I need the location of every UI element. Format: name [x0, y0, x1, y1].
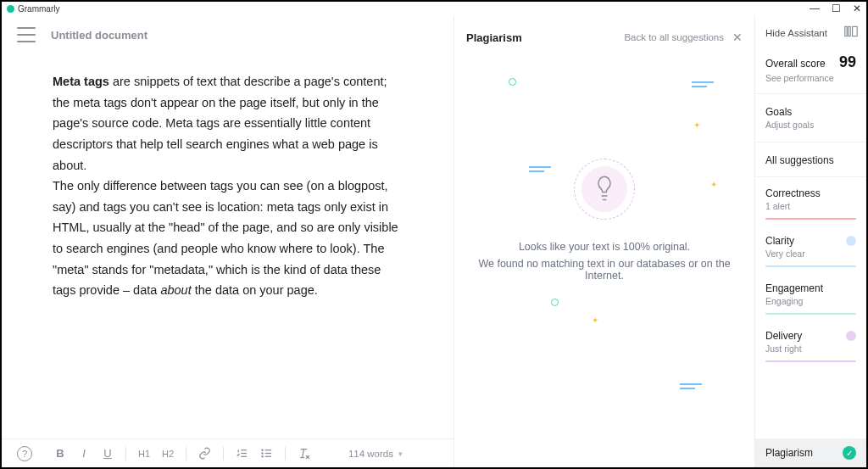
window-controls: — ☐ ✕	[810, 3, 861, 14]
delivery-sub: Just right	[765, 343, 856, 354]
window-titlebar: Grammarly — ☐ ✕	[2, 2, 866, 15]
app-name: Grammarly	[18, 4, 59, 14]
menu-icon[interactable]	[17, 27, 36, 42]
plagiarism-header: Plagiarism Back to all suggestions ✕	[466, 31, 743, 44]
check-icon: ✓	[843, 446, 856, 460]
chevron-down-icon: ▾	[398, 449, 403, 458]
sparkle-icon: ✦	[693, 120, 700, 130]
decor-circle-icon	[509, 78, 516, 86]
delivery-category[interactable]: Delivery Just right	[755, 320, 866, 367]
body-p2b: the data on your page.	[192, 283, 318, 297]
svg-point-8	[262, 456, 263, 457]
status-dot-icon	[846, 331, 856, 341]
separator	[223, 447, 224, 461]
adjust-goals-link[interactable]: Adjust goals	[765, 120, 856, 130]
correctness-bar	[765, 218, 856, 220]
clarity-sub: Very clear	[765, 248, 856, 259]
overall-score-section[interactable]: Overall score 99 See performance	[755, 50, 866, 94]
hide-assistant-button[interactable]: Hide Assistant	[765, 28, 827, 38]
link-button[interactable]	[198, 447, 211, 460]
engagement-sub: Engaging	[765, 296, 856, 306]
delivery-title: Delivery	[765, 330, 802, 342]
underline-button[interactable]: U	[102, 447, 114, 460]
lightbulb-icon	[581, 166, 627, 212]
sidebar-header: Hide Assistant	[755, 15, 866, 50]
correctness-sub: 1 alert	[765, 201, 856, 211]
word-count[interactable]: 114 words ▾	[348, 449, 403, 459]
correctness-category[interactable]: Correctness 1 alert	[755, 177, 866, 225]
decor-lines-icon	[692, 81, 714, 87]
clarity-bar	[765, 265, 856, 267]
editor-toolbar: ? B I U H1 H2	[2, 438, 453, 467]
goals-title: Goals	[765, 106, 856, 118]
close-panel-icon[interactable]: ✕	[732, 31, 743, 44]
assistant-sidebar: Hide Assistant Overall score 99 See perf…	[754, 15, 866, 467]
status-dot-icon	[846, 236, 856, 246]
overall-score-value: 99	[839, 53, 856, 71]
close-icon[interactable]: ✕	[853, 3, 861, 14]
separator	[285, 447, 286, 461]
plagiarism-result-line1: Looks like your text is 100% original.	[519, 241, 690, 253]
delivery-bar	[765, 360, 856, 362]
decor-circle-icon	[551, 299, 559, 306]
separator	[125, 447, 126, 461]
h1-button[interactable]: H1	[138, 449, 150, 459]
engagement-title: Engagement	[765, 282, 823, 294]
help-icon[interactable]: ?	[17, 446, 32, 461]
minimize-icon[interactable]: —	[810, 3, 820, 14]
back-to-suggestions-link[interactable]: Back to all suggestions	[624, 32, 724, 42]
document-title[interactable]: Untitled document	[51, 29, 147, 42]
see-performance-link[interactable]: See performance	[765, 73, 856, 83]
unordered-list-button[interactable]	[260, 447, 273, 460]
panel-layout-icon[interactable]	[844, 25, 858, 40]
h2-button[interactable]: H2	[162, 449, 174, 459]
svg-point-7	[262, 453, 263, 454]
body-p1: are snippets of text that describe a pag…	[53, 75, 387, 172]
correctness-title: Correctness	[765, 187, 821, 199]
svg-point-6	[262, 449, 263, 450]
goals-section[interactable]: Goals Adjust goals	[755, 94, 866, 142]
italic-button[interactable]: I	[78, 447, 90, 460]
body-bold: Meta tags	[53, 75, 109, 88]
overall-score-label: Overall score	[765, 58, 826, 70]
engagement-bar	[765, 313, 856, 315]
editor-column: Untitled document Meta tags are snippets…	[2, 15, 453, 467]
maximize-icon[interactable]: ☐	[832, 3, 841, 14]
plagiarism-title: Plagiarism	[466, 31, 522, 44]
decor-lines-icon	[529, 166, 551, 171]
svg-rect-13	[849, 26, 850, 36]
svg-rect-14	[853, 26, 858, 36]
separator	[186, 447, 186, 461]
ordered-list-button[interactable]	[236, 447, 248, 460]
plagiarism-illustration: ✦ ✦ ✦ Looks like your text is 100% origi…	[466, 44, 743, 467]
editor-header: Untitled document	[2, 15, 453, 49]
sparkle-icon: ✦	[710, 180, 717, 189]
plagiarism-button-label: Plagiarism	[765, 447, 813, 459]
plagiarism-button[interactable]: Plagiarism ✓	[755, 438, 866, 467]
clarity-category[interactable]: Clarity Very clear	[755, 225, 866, 272]
grammarly-logo-icon	[7, 5, 14, 13]
clear-formatting-button[interactable]	[298, 447, 310, 460]
sparkle-icon: ✦	[592, 315, 598, 325]
plagiarism-panel: Plagiarism Back to all suggestions ✕ ✦ ✦…	[453, 15, 754, 467]
editor-body[interactable]: Meta tags are snippets of text that desc…	[2, 49, 453, 301]
svg-rect-12	[845, 26, 847, 36]
body-p2a: The only difference between tags you can…	[53, 179, 398, 297]
body-italic: about	[160, 283, 191, 297]
bold-button[interactable]: B	[54, 447, 66, 460]
decor-lines-icon	[680, 383, 702, 388]
engagement-category[interactable]: Engagement Engaging	[755, 272, 866, 320]
all-suggestions-link[interactable]: All suggestions	[755, 142, 866, 177]
clarity-title: Clarity	[765, 235, 794, 247]
plagiarism-result-line2: We found no matching text in our databas…	[466, 258, 743, 282]
